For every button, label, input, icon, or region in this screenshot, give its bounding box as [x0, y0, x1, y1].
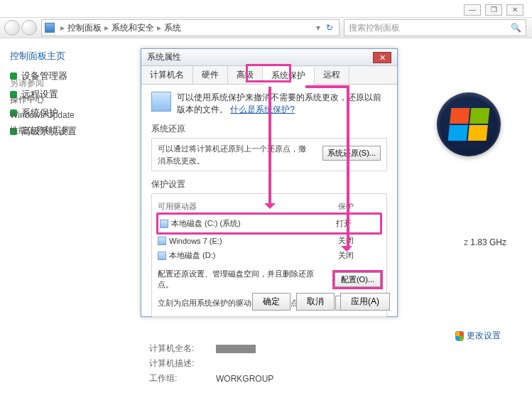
tab-advanced[interactable]: 高级: [228, 66, 263, 84]
crumb-0[interactable]: 控制面板: [67, 22, 102, 34]
close-button[interactable]: ✕: [506, 4, 523, 16]
sidebar-header[interactable]: 控制面板主页: [10, 50, 125, 63]
cpu-frequency: z 1.83 GHz: [464, 237, 506, 247]
ok-button[interactable]: 确定: [252, 293, 291, 311]
cancel-button[interactable]: 取消: [296, 293, 335, 311]
sidebar-bottom: 另请参阅 操作中心 Windows Update 性能信息和工具: [10, 73, 75, 141]
tab-remote[interactable]: 远程: [315, 66, 349, 84]
drive-icon: [158, 237, 166, 245]
configure-button[interactable]: 配置(O)...: [335, 272, 381, 287]
annotation-arrow: [305, 85, 349, 250]
change-settings-link[interactable]: 更改设置: [455, 330, 501, 342]
apply-button[interactable]: 应用(A): [340, 293, 390, 311]
drive-label: 本地磁盘 (D:): [169, 250, 335, 261]
label-description: 计算机描述:: [149, 357, 206, 370]
label-workgroup: 工作组:: [149, 372, 206, 384]
masked-value: [216, 345, 256, 353]
control-panel-icon: [45, 23, 55, 33]
computer-info: 计算机全名: 计算机描述: 工作组:WORKGROUP: [149, 340, 273, 387]
lead-text: 可以使用系统保护来撤消不需要的系统更改，还原以前版本的文件。 什么是系统保护?: [177, 92, 387, 116]
breadcrumb[interactable]: ▸ 控制面板 ▸ 系统和安全 ▸ 系统 ▾ ↻: [41, 19, 340, 36]
search-input[interactable]: 搜索控制面板 🔍: [344, 19, 526, 36]
what-is-link[interactable]: 什么是系统保护?: [230, 104, 295, 114]
see-also-perf[interactable]: 性能信息和工具: [10, 124, 75, 136]
dialog-close-icon[interactable]: ✕: [373, 52, 391, 63]
annotation-arrow: [268, 87, 271, 208]
crumb-1[interactable]: 系统和安全: [112, 22, 154, 34]
tab-hardware[interactable]: 硬件: [193, 66, 228, 84]
restore-note: 可以通过将计算机还原到上一个还原点，撤消系统更改。: [158, 143, 307, 166]
max-button[interactable]: ❐: [485, 4, 502, 16]
value-workgroup: WORKGROUP: [216, 374, 273, 384]
windows-flag-icon: [448, 108, 490, 141]
search-icon: 🔍: [511, 23, 521, 33]
config-note: 配置还原设置、管理磁盘空间，并且删除还原点。: [158, 269, 329, 290]
breadcrumb-bar: ▸ 控制面板 ▸ 系统和安全 ▸ 系统 ▾ ↻ 搜索控制面板 🔍: [0, 17, 532, 38]
tab-computer-name[interactable]: 计算机名: [141, 66, 193, 84]
refresh-icon[interactable]: ↻: [323, 23, 336, 33]
search-placeholder: 搜索控制面板: [349, 22, 400, 34]
label-fullname: 计算机全名:: [149, 343, 206, 355]
dialog-footer: 确定 取消 应用(A): [252, 293, 390, 311]
see-also-title: 另请参阅: [10, 77, 75, 90]
shield-icon: [455, 331, 464, 341]
see-also-action-center[interactable]: 操作中心: [10, 94, 75, 106]
dialog-title: 系统属性: [147, 51, 181, 63]
back-button[interactable]: [4, 20, 20, 36]
crumb-2[interactable]: 系统: [164, 22, 181, 34]
change-settings-label: 更改设置: [467, 330, 501, 342]
protection-icon: [151, 92, 171, 112]
min-button[interactable]: —: [464, 4, 481, 16]
forward-button[interactable]: [21, 20, 37, 36]
windows-logo: [437, 92, 501, 156]
dialog-titlebar: 系统属性 ✕: [141, 49, 397, 66]
sidebar: 控制面板主页 设备管理器 远程设置 系统保护 高级系统设置 另请参阅 操作中心 …: [0, 43, 135, 151]
drive-icon: [158, 252, 166, 260]
tab-system-protection[interactable]: 系统保护: [263, 67, 315, 85]
see-also-windows-update[interactable]: Windows Update: [10, 110, 75, 120]
drive-icon: [160, 220, 168, 228]
dialog-tabs: 计算机名 硬件 高级 系统保护 远程: [141, 66, 397, 85]
